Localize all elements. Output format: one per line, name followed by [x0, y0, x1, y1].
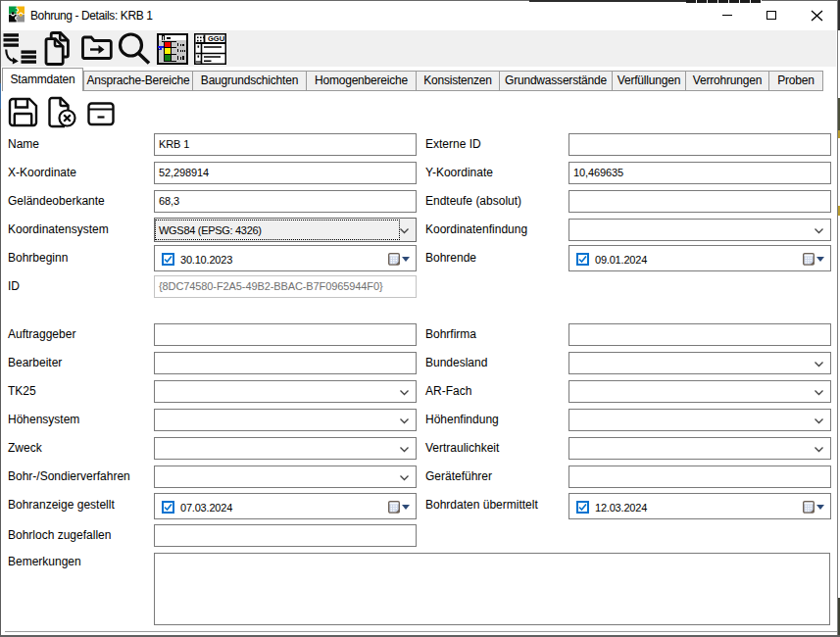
svg-text:GGU: GGU: [208, 34, 224, 43]
